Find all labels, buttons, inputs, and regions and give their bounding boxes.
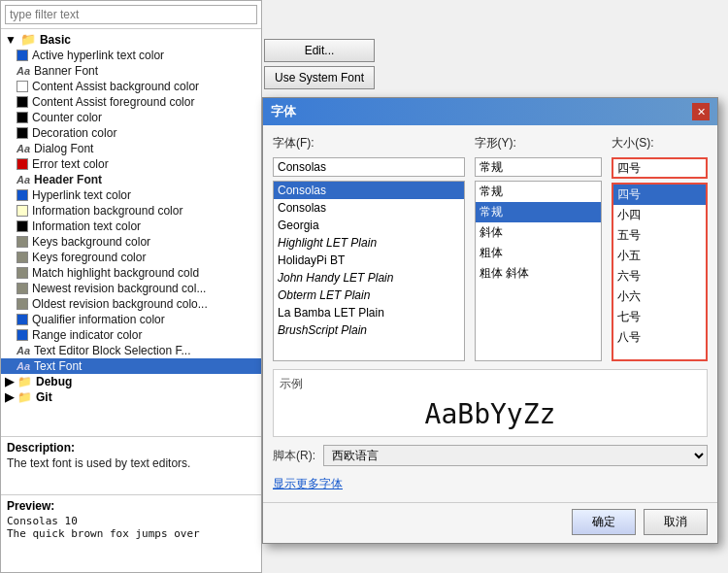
style-item-bold[interactable]: 粗体 xyxy=(476,243,602,263)
tree-item-active-hyperlink[interactable]: Active hyperlink text color xyxy=(1,48,261,63)
font-list-item-la-bamba[interactable]: La Bamba LET Plain xyxy=(274,304,464,321)
script-row: 脚本(R): 西欧语言 xyxy=(273,445,708,466)
tree-item-info-text[interactable]: Information text color xyxy=(1,219,261,234)
size-item-six[interactable]: 六号 xyxy=(613,266,706,286)
color-swatch xyxy=(17,252,28,263)
tree-item-qualifier-info[interactable]: Qualifier information color xyxy=(1,312,261,327)
font-name-label: 字体(F): xyxy=(273,135,465,152)
dialog-titlebar: 字体 ✕ xyxy=(263,98,717,125)
item-label: Banner Font xyxy=(34,64,98,78)
item-label: Error text color xyxy=(32,157,109,171)
color-swatch xyxy=(17,314,28,325)
font-name-input[interactable] xyxy=(273,157,465,177)
tree-item-keys-fg[interactable]: Keys foreground color xyxy=(1,250,261,265)
more-fonts-link[interactable]: 显示更多字体 xyxy=(273,476,708,492)
color-swatch xyxy=(17,267,28,279)
preview-line-1: Consolas 10 xyxy=(7,515,255,527)
font-list-item-georgia[interactable]: Georgia xyxy=(274,217,464,234)
debug-group-label: Debug xyxy=(36,375,72,388)
style-item-bold-italic[interactable]: 粗体 斜体 xyxy=(476,263,602,284)
filter-input[interactable] xyxy=(5,5,257,24)
font-style-column: 字形(Y): 常规 常规 斜体 粗体 粗体 斜体 xyxy=(475,135,603,361)
color-swatch xyxy=(17,220,28,232)
font-size-label: 大小(S): xyxy=(612,135,708,152)
script-select[interactable]: 西欧语言 xyxy=(323,445,708,466)
folder-icon: 📁 xyxy=(17,375,32,388)
font-list-item-obterm[interactable]: Obterm LET Plain xyxy=(274,286,464,304)
font-list-item-consolas-selected[interactable]: Consolas xyxy=(274,182,464,199)
item-label: Newest revision background col... xyxy=(32,282,206,295)
tree-item-match-highlight[interactable]: Match highlight background cold xyxy=(1,265,261,281)
aa-icon: Aa xyxy=(17,345,30,356)
description-text: The text font is used by text editors. xyxy=(7,456,255,470)
font-list-item-brush[interactable]: BrushScript Plain xyxy=(274,321,464,339)
tree-item-banner-font[interactable]: Aa Banner Font xyxy=(1,63,261,79)
color-swatch xyxy=(17,283,28,294)
item-label: Qualifier information color xyxy=(32,313,165,326)
tree-item-keys-bg[interactable]: Keys background color xyxy=(1,234,261,250)
font-style-input[interactable] xyxy=(475,157,603,177)
tree-item-newest-revision[interactable]: Newest revision background col... xyxy=(1,281,261,296)
aa-icon: Aa xyxy=(17,360,30,372)
filter-bar xyxy=(1,1,261,29)
item-label: Keys background color xyxy=(32,235,150,249)
tree-item-oldest-revision[interactable]: Oldest revision background colo... xyxy=(1,296,261,312)
dialog-body: 字体(F): Consolas Consolas Georgia Highlig… xyxy=(263,125,717,502)
tree-item-text-font[interactable]: Aa Text Font xyxy=(1,358,261,374)
font-list-item-holidaypi[interactable]: HolidayPi BT xyxy=(274,252,464,269)
preview-title: Preview: xyxy=(7,499,255,513)
tree-item-dialog-font[interactable]: Aa Dialog Font xyxy=(1,141,261,156)
tree-item-hyperlink[interactable]: Hyperlink text color xyxy=(1,187,261,203)
use-system-font-button[interactable]: Use System Font xyxy=(264,66,375,89)
tree-group-basic[interactable]: ▼ 📁 Basic xyxy=(1,31,261,48)
color-swatch xyxy=(17,329,28,341)
color-swatch xyxy=(17,50,28,61)
size-item-four[interactable]: 四号 xyxy=(613,185,706,205)
font-name-column: 字体(F): Consolas Consolas Georgia Highlig… xyxy=(273,135,465,361)
aa-icon: Aa xyxy=(17,143,30,154)
tree-item-content-assist-bg[interactable]: Content Assist background color xyxy=(1,79,261,94)
item-label: Decoration color xyxy=(32,126,116,140)
size-item-five[interactable]: 五号 xyxy=(613,225,706,246)
color-swatch xyxy=(17,158,28,170)
font-list-item-consolas[interactable]: Consolas xyxy=(274,199,464,217)
style-item-regular1[interactable]: 常规 xyxy=(476,182,602,202)
tree-item-counter[interactable]: Counter color xyxy=(1,110,261,125)
ok-button[interactable]: 确定 xyxy=(572,509,636,535)
font-name-list[interactable]: Consolas Consolas Georgia Highlight LET … xyxy=(273,181,465,361)
style-item-regular-selected[interactable]: 常规 xyxy=(476,202,602,222)
size-item-xiao-four[interactable]: 小四 xyxy=(613,205,706,225)
color-swatch xyxy=(17,96,28,108)
tree-item-error-text[interactable]: Error text color xyxy=(1,156,261,172)
tree-item-text-editor-block[interactable]: Aa Text Editor Block Selection F... xyxy=(1,343,261,358)
font-size-list[interactable]: 四号 小四 五号 小五 六号 小六 七号 八号 xyxy=(612,183,708,361)
tree-item-header-font[interactable]: Aa Header Font xyxy=(1,172,261,187)
tree-group-debug[interactable]: ▶ 📁 Debug xyxy=(1,374,261,389)
tree-group-git[interactable]: ▶ 📁 Git xyxy=(1,389,261,405)
tree-item-range-indicator[interactable]: Range indicator color xyxy=(1,327,261,343)
font-list-item-john-handy[interactable]: John Handy LET Plain xyxy=(274,269,464,286)
size-item-xiao-six[interactable]: 小六 xyxy=(613,286,706,307)
font-style-list[interactable]: 常规 常规 斜体 粗体 粗体 斜体 xyxy=(475,181,603,361)
tree-item-content-assist-fg[interactable]: Content Assist foreground color xyxy=(1,94,261,110)
style-item-italic[interactable]: 斜体 xyxy=(476,222,602,243)
size-item-eight[interactable]: 八号 xyxy=(613,327,706,348)
tree-item-info-bg[interactable]: Information background color xyxy=(1,203,261,219)
dialog-preview-section: 示例 AaBbYyZz xyxy=(273,369,708,437)
item-label: Header Font xyxy=(34,173,102,186)
color-swatch xyxy=(17,81,28,92)
size-item-seven[interactable]: 七号 xyxy=(613,307,706,327)
size-item-xiao-five[interactable]: 小五 xyxy=(613,246,706,266)
font-list-item-highlight[interactable]: Highlight LET Plain xyxy=(274,234,464,252)
font-size-input[interactable] xyxy=(612,157,708,179)
tree-item-decoration[interactable]: Decoration color xyxy=(1,125,261,141)
item-label: Counter color xyxy=(32,111,102,124)
git-group-label: Git xyxy=(36,390,52,404)
edit-button[interactable]: Edit... xyxy=(264,39,375,62)
color-swatch xyxy=(17,236,28,248)
right-buttons: Edit... Use System Font xyxy=(264,39,375,89)
color-swatch xyxy=(17,205,28,217)
dialog-close-button[interactable]: ✕ xyxy=(692,103,710,120)
cancel-button[interactable]: 取消 xyxy=(644,509,708,535)
item-label: Information background color xyxy=(32,204,182,218)
